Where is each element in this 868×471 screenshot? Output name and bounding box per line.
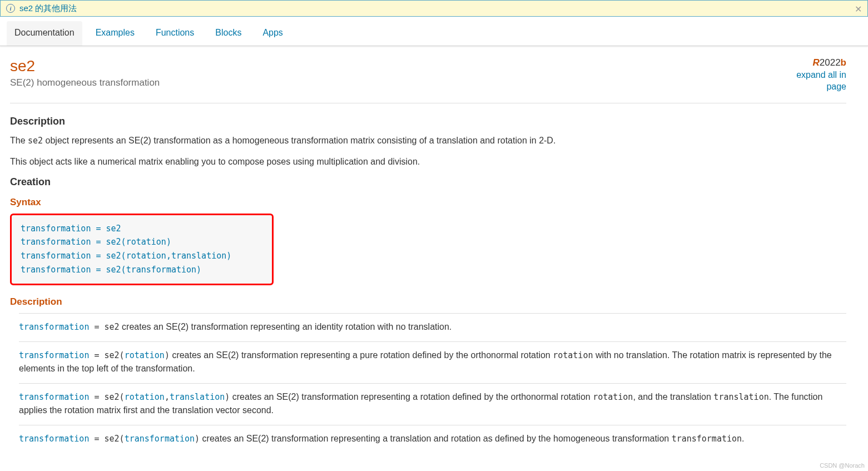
syntax-line[interactable]: transformation = se2(transformation)	[21, 263, 263, 277]
page-subtitle: SE(2) homogeneous transformation	[10, 77, 160, 88]
version-r: R	[813, 57, 820, 68]
title-left: se2 SE(2) homogeneous transformation	[10, 57, 160, 88]
text: creates an SE(2) transformation represen…	[170, 350, 553, 360]
desc-item: transformation = se2 creates an SE(2) tr…	[19, 313, 846, 341]
code-eq: = se2(	[89, 434, 124, 444]
code-inline: rotation	[593, 392, 633, 402]
tab-blocks[interactable]: Blocks	[207, 21, 249, 46]
code-se2: se2	[28, 136, 43, 146]
syntax-line[interactable]: transformation = se2	[21, 222, 263, 236]
code-comma: ,	[165, 392, 170, 402]
banner-text: se2 的其他用法	[19, 3, 77, 14]
code-inline: rotation	[553, 350, 593, 360]
code-arg[interactable]: rotation	[125, 392, 165, 402]
text: The	[10, 136, 28, 145]
expand-all-link[interactable]: expand all in page	[785, 70, 846, 93]
description2-heading: Description	[10, 296, 846, 308]
text: creates an SE(2) transformation represen…	[200, 434, 672, 443]
title-right: R2022b expand all in page	[785, 57, 846, 93]
code-lhs[interactable]: transformation	[19, 392, 89, 402]
code-arg[interactable]: transformation	[125, 434, 195, 444]
code-lhs[interactable]: transformation	[19, 350, 89, 360]
text: creates an SE(2) transformation represen…	[230, 392, 593, 401]
text: object represents an SE(2) transformatio…	[43, 136, 555, 145]
creation-heading: Creation	[10, 176, 846, 188]
code-arg[interactable]: rotation	[125, 350, 165, 360]
text: creates an SE(2) transformation represen…	[120, 322, 452, 331]
page-title: se2	[10, 57, 160, 75]
code-eq: = se2(	[89, 350, 124, 360]
close-icon[interactable]: ✕	[855, 4, 862, 14]
version-b: b	[841, 57, 846, 68]
text: , and the translation	[633, 392, 713, 401]
description-p1: The se2 object represents an SE(2) trans…	[10, 134, 846, 147]
description-list: transformation = se2 creates an SE(2) tr…	[10, 313, 846, 453]
code-inline: translation	[713, 392, 768, 402]
info-icon: i	[6, 4, 15, 13]
syntax-line[interactable]: transformation = se2(rotation,translatio…	[21, 249, 263, 263]
code-eq: = se2(	[89, 392, 124, 402]
code-lhs[interactable]: transformation	[19, 322, 89, 332]
main-content: se2 SE(2) homogeneous transformation R20…	[0, 46, 856, 470]
code-lhs[interactable]: transformation	[19, 434, 89, 444]
syntax-heading: Syntax	[10, 197, 846, 208]
code-eq: )	[225, 392, 230, 402]
description-p2: This object acts like a numerical matrix…	[10, 155, 846, 168]
code-eq: )	[165, 350, 170, 360]
syntax-code-box: transformation = se2 transformation = se…	[10, 214, 274, 285]
code-arg[interactable]: translation	[170, 392, 225, 402]
title-row: se2 SE(2) homogeneous transformation R20…	[10, 57, 846, 103]
tab-examples[interactable]: Examples	[88, 21, 142, 46]
syntax-line[interactable]: transformation = se2(rotation)	[21, 235, 263, 249]
text: .	[742, 434, 744, 443]
tab-documentation[interactable]: Documentation	[7, 21, 82, 46]
desc-item: transformation = se2(rotation) creates a…	[19, 341, 846, 383]
watermark: CSDN @Norach	[820, 462, 865, 469]
code-eq: = se2	[89, 322, 119, 332]
info-banner: i se2 的其他用法 ✕	[0, 0, 868, 17]
code-inline: transformation	[672, 434, 742, 444]
description-heading: Description	[10, 116, 846, 127]
version-badge: R2022b	[785, 57, 846, 68]
tab-apps[interactable]: Apps	[255, 21, 290, 46]
version-year: 2022	[820, 57, 841, 68]
desc-item: transformation = se2(transformation) cre…	[19, 425, 846, 453]
tab-functions[interactable]: Functions	[148, 21, 202, 46]
code-eq: )	[195, 434, 200, 444]
desc-item: transformation = se2(rotation,translatio…	[19, 383, 846, 425]
nav-tabs: Documentation Examples Functions Blocks …	[0, 21, 868, 46]
